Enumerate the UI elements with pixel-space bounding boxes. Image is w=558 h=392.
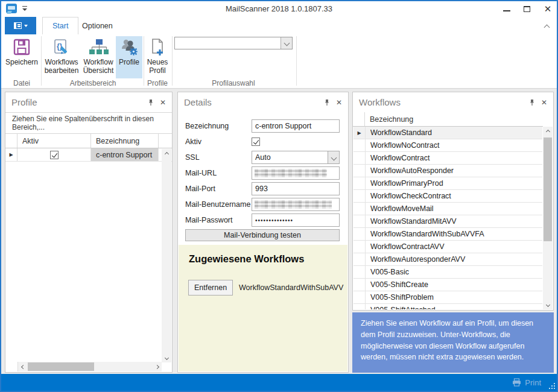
workflow-name-cell[interactable]: WorkflowAutoresponderAVV bbox=[366, 253, 542, 265]
app-menu-button[interactable] bbox=[5, 17, 36, 34]
aktiv-checkbox[interactable] bbox=[50, 151, 59, 159]
row-selector[interactable] bbox=[354, 190, 366, 202]
workflow-row[interactable]: WorkflowStandard bbox=[354, 127, 542, 139]
workflow-name-cell[interactable]: WorkflowMoveMail bbox=[366, 203, 542, 215]
row-selector[interactable]: ▶ bbox=[5, 148, 17, 161]
profilauswahl-input[interactable] bbox=[175, 37, 281, 49]
row-selector[interactable] bbox=[354, 127, 366, 139]
chevron-down-icon[interactable] bbox=[328, 151, 339, 163]
row-selector[interactable] bbox=[354, 279, 366, 291]
close-button[interactable]: ✕ bbox=[544, 5, 552, 13]
minimize-button[interactable] bbox=[503, 7, 510, 11]
resize-grip[interactable] bbox=[549, 383, 555, 389]
profile-vscrollbar[interactable] bbox=[162, 149, 171, 362]
workflow-row[interactable]: WorkflowNoContract bbox=[354, 139, 542, 152]
workflow-name-cell[interactable]: WorkflowContractAVV bbox=[366, 241, 542, 253]
workflow-row[interactable]: WorkflowPrimaryProd bbox=[354, 177, 542, 190]
scroll-right-icon[interactable] bbox=[152, 362, 162, 371]
row-selector[interactable] bbox=[354, 266, 366, 278]
workflow-row[interactable]: WorkflowMoveMail bbox=[354, 203, 542, 215]
row-selector[interactable] bbox=[354, 215, 366, 227]
workflow-row[interactable]: V005-ShiftAttached bbox=[354, 304, 542, 309]
aktiv-cell[interactable] bbox=[17, 148, 91, 161]
profile-hscrollbar[interactable] bbox=[6, 362, 162, 371]
hscroll-thumb[interactable] bbox=[28, 362, 94, 371]
workflow-row[interactable]: WorkflowAutoresponderAVV bbox=[354, 253, 542, 266]
workflow-name-cell[interactable]: V005-ShiftCreate bbox=[366, 279, 542, 291]
workflow-name-cell[interactable]: WorkflowCheckContract bbox=[366, 190, 542, 202]
column-header-aktiv[interactable]: Aktiv bbox=[17, 134, 91, 148]
scroll-left-icon[interactable] bbox=[18, 362, 28, 371]
workflow-row[interactable]: WorkflowAutoResponder bbox=[354, 165, 542, 177]
workflow-name-cell[interactable]: WorkflowStandardMitAVV bbox=[366, 215, 542, 227]
workflow-row[interactable]: WorkflowContract bbox=[354, 152, 542, 165]
assigned-workflow-name: WorkflowStandardWithSubAVV bbox=[239, 283, 343, 292]
row-selector[interactable] bbox=[354, 304, 366, 309]
profile-row[interactable]: ▶ c-entron Support bbox=[5, 148, 172, 162]
chevron-down-icon[interactable] bbox=[281, 37, 292, 49]
workflow-row[interactable]: V005-Basic bbox=[354, 266, 542, 279]
vscroll-thumb[interactable] bbox=[544, 138, 552, 241]
profile-button[interactable]: Profile bbox=[116, 36, 142, 78]
row-selector[interactable] bbox=[354, 241, 366, 253]
scroll-down-icon[interactable] bbox=[162, 353, 171, 362]
workflow-name-cell[interactable]: WorkflowContract bbox=[366, 152, 542, 164]
bezeichnung-cell[interactable]: c-entron Support bbox=[91, 148, 159, 161]
ssl-combobox[interactable]: Auto bbox=[252, 151, 340, 164]
mail-verbindung-testen-button[interactable]: Mail-Verbindung testen bbox=[185, 229, 340, 241]
maximize-button[interactable] bbox=[524, 6, 530, 12]
row-selector[interactable] bbox=[354, 139, 366, 151]
workflow-uebersicht-button[interactable]: Workflow Übersicht bbox=[81, 36, 115, 78]
pin-icon[interactable] bbox=[529, 99, 535, 106]
workflows-list: WorkflowStandard WorkflowNoContract Work… bbox=[354, 127, 542, 309]
entfernen-button[interactable]: Entfernen bbox=[188, 280, 233, 296]
scroll-up-icon[interactable] bbox=[543, 127, 553, 136]
mail-port-input[interactable] bbox=[252, 182, 340, 195]
pin-icon[interactable] bbox=[324, 99, 330, 106]
workflows-vscrollbar[interactable] bbox=[543, 127, 553, 309]
column-header-bezeichnung[interactable]: Bezeichnung bbox=[365, 112, 543, 126]
collapse-ribbon-icon[interactable] bbox=[545, 23, 551, 28]
aktiv-checkbox[interactable] bbox=[252, 138, 260, 146]
print-button[interactable]: Print bbox=[512, 374, 541, 391]
workflow-name-cell[interactable]: WorkflowNoContract bbox=[366, 139, 542, 151]
pin-icon[interactable] bbox=[148, 99, 154, 106]
row-selector[interactable] bbox=[354, 291, 366, 303]
workflows-panel-title: Workflows bbox=[359, 97, 529, 107]
workflows-grid-header: Bezeichnung bbox=[353, 112, 543, 127]
row-selector[interactable] bbox=[354, 203, 366, 215]
ribbon-tab-row: Start Optionen bbox=[1, 17, 557, 34]
workflow-row[interactable]: V005-ShiftCreate bbox=[354, 279, 542, 291]
group-label-datei: Datei bbox=[5, 79, 39, 88]
scroll-up-icon[interactable] bbox=[162, 149, 171, 159]
mail-passwort-input[interactable] bbox=[252, 213, 340, 227]
workflow-name-cell[interactable]: WorkflowStandard bbox=[366, 127, 542, 139]
bezeichnung-input[interactable] bbox=[252, 119, 340, 133]
workflow-name-cell[interactable]: WorkflowAutoResponder bbox=[366, 165, 542, 177]
workflow-row[interactable]: WorkflowStandardMitAVV bbox=[354, 215, 542, 228]
workflow-row[interactable]: WorkflowCheckContract bbox=[354, 190, 542, 203]
row-selector[interactable] bbox=[354, 152, 366, 164]
scroll-down-icon[interactable] bbox=[543, 300, 553, 309]
close-icon[interactable]: ✕ bbox=[336, 98, 342, 107]
row-selector[interactable] bbox=[354, 177, 366, 189]
workflows-bearbeiten-button[interactable]: {} Workflows bearbeiten bbox=[43, 36, 80, 78]
workflow-row[interactable]: WorkflowContractAVV bbox=[354, 241, 542, 253]
row-selector[interactable] bbox=[354, 228, 366, 240]
neues-profil-button[interactable]: Neues Profil bbox=[145, 36, 170, 78]
tab-optionen[interactable]: Optionen bbox=[72, 17, 122, 34]
workflow-name-cell[interactable]: WorkflowPrimaryProd bbox=[366, 177, 542, 189]
workflow-name-cell[interactable]: V005-ShiftAttached bbox=[366, 304, 542, 309]
workflow-name-cell[interactable]: V005-Basic bbox=[366, 266, 542, 278]
speichern-button[interactable]: Speichern bbox=[5, 36, 39, 78]
workflow-name-cell[interactable]: V005-ShiftProblem bbox=[366, 291, 542, 303]
workflow-row[interactable]: V005-ShiftProblem bbox=[354, 291, 542, 304]
close-icon[interactable]: ✕ bbox=[541, 98, 547, 107]
row-selector[interactable] bbox=[354, 253, 366, 265]
column-header-bezeichnung[interactable]: Bezeichnung bbox=[91, 134, 159, 148]
row-selector[interactable] bbox=[354, 165, 366, 177]
close-icon[interactable]: ✕ bbox=[160, 98, 166, 107]
workflow-name-cell[interactable]: WorkflowStandardWithSubAVVFA bbox=[366, 228, 542, 240]
workflow-row[interactable]: WorkflowStandardWithSubAVVFA bbox=[354, 228, 542, 241]
profilauswahl-combobox[interactable] bbox=[174, 37, 293, 49]
